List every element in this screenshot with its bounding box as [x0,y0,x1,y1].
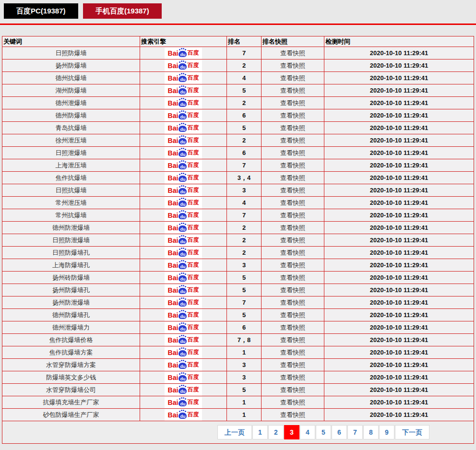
view-snapshot-link[interactable]: 查看快照 [280,162,305,169]
page-button[interactable]: 5 [316,425,331,439]
view-snapshot-link[interactable]: 查看快照 [280,62,305,69]
table-row: 青岛抗爆墙 Baidu百度 5 查看快照 2020-10-10 11:29:41 [2,122,474,134]
search-engine-cell: Baidu百度 [140,247,227,259]
view-snapshot-link[interactable]: 查看快照 [280,212,305,219]
baidu-paw-icon: du [178,76,187,82]
view-snapshot-link[interactable]: 查看快照 [280,324,305,331]
baidu-logo: Baidu百度 [165,97,202,109]
baidu-logo-bai-text: Bai [168,249,178,257]
check-time-cell: 2020-10-10 11:29:41 [324,247,474,259]
search-engine-cell: Baidu百度 [140,284,227,296]
baidu-paw-icon: du [178,388,187,394]
baidu-logo-du-text: du [178,264,187,269]
check-time-cell: 2020-10-10 11:29:41 [324,122,474,134]
header-keyword: 关键词 [2,36,140,47]
view-snapshot-link[interactable]: 查看快照 [280,87,305,94]
rank-cell: 4 [227,197,262,209]
view-snapshot-link[interactable]: 查看快照 [280,286,305,294]
view-snapshot-link[interactable]: 查看快照 [280,224,305,231]
view-snapshot-link[interactable]: 查看快照 [280,187,305,194]
baidu-logo-bai-text: Bai [168,212,178,219]
view-snapshot-link[interactable]: 查看快照 [280,74,305,82]
tab-mobile-baidu[interactable]: 手机百度(19387) [83,3,162,19]
view-snapshot-link[interactable]: 查看快照 [280,336,305,343]
baidu-logo-du-text: du [178,90,187,95]
view-snapshot-link[interactable]: 查看快照 [280,386,305,393]
check-time-cell: 2020-10-10 11:29:41 [324,47,474,59]
page-button[interactable]: 4 [300,425,315,439]
keyword-cell: 日照抗爆墙 [2,184,140,197]
prev-page-button[interactable]: 上一页 [217,425,252,439]
baidu-logo: Baidu百度 [165,359,202,371]
view-snapshot-link[interactable]: 查看快照 [280,374,305,381]
table-row: 上海防爆墙孔 Baidu百度 3 查看快照 2020-10-10 11:29:4… [2,259,474,272]
snapshot-cell: 查看快照 [262,259,324,272]
baidu-paw-icon: du [178,201,187,207]
view-snapshot-link[interactable]: 查看快照 [280,274,305,281]
view-snapshot-link[interactable]: 查看快照 [280,99,305,107]
baidu-logo-bai-text: Bai [168,162,178,169]
search-engine-cell: Baidu百度 [140,72,227,84]
view-snapshot-link[interactable]: 查看快照 [280,149,305,156]
view-snapshot-link[interactable]: 查看快照 [280,112,305,119]
baidu-logo: Baidu百度 [165,85,202,96]
view-snapshot-link[interactable]: 查看快照 [280,361,305,368]
next-page-button[interactable]: 下一页 [395,425,429,439]
search-engine-cell: Baidu百度 [140,296,227,309]
baidu-logo-bai-text: Bai [168,374,178,381]
page-button[interactable]: 2 [268,425,284,439]
check-time-cell: 2020-10-10 11:29:41 [324,172,474,184]
view-snapshot-link[interactable]: 查看快照 [280,411,305,418]
baidu-logo-du-text: du [178,239,187,244]
view-snapshot-link[interactable]: 查看快照 [280,124,305,131]
search-engine-cell: Baidu百度 [140,259,227,272]
page-button[interactable]: 6 [332,425,347,439]
baidu-logo-bai-text: Bai [168,386,178,394]
view-snapshot-link[interactable]: 查看快照 [280,399,305,406]
baidu-logo-hanzi-text: 百度 [187,386,199,394]
table-row: 水管穿防爆墙方案 Baidu百度 3 查看快照 2020-10-10 11:29… [2,359,474,371]
rank-cell: 4 [227,72,262,84]
tab-baidu-pc[interactable]: 百度PC(19387) [4,3,78,19]
view-snapshot-link[interactable]: 查看快照 [280,199,305,206]
view-snapshot-link[interactable]: 查看快照 [280,299,305,306]
baidu-paw-icon: du [178,213,187,219]
table-row: 日照抗爆墙 Baidu百度 3 查看快照 2020-10-10 11:29:41 [2,184,474,197]
baidu-logo: Baidu百度 [165,272,202,284]
keyword-cell: 日照防爆墙 [2,47,140,59]
baidu-paw-icon: du [178,338,187,344]
baidu-logo-hanzi-text: 百度 [187,261,199,269]
view-snapshot-link[interactable]: 查看快照 [280,137,305,144]
keyword-cell: 湖州防爆墙 [2,84,140,97]
baidu-logo-du-text: du [178,389,187,394]
view-snapshot-link[interactable]: 查看快照 [280,349,305,356]
baidu-logo: Baidu百度 [165,47,202,59]
view-snapshot-link[interactable]: 查看快照 [280,49,305,57]
view-snapshot-link[interactable]: 查看快照 [280,249,305,256]
baidu-logo-bai-text: Bai [168,112,178,119]
table-row: 日照防泄爆墙 Baidu百度 2 查看快照 2020-10-10 11:29:4… [2,234,474,247]
table-row: 徐州泄压墙 Baidu百度 2 查看快照 2020-10-10 11:29:41 [2,134,474,147]
baidu-paw-icon: du [178,176,187,182]
baidu-logo-bai-text: Bai [168,62,178,70]
baidu-logo-hanzi-text: 百度 [187,298,199,307]
page-button-active[interactable]: 3 [284,425,299,439]
keyword-cell: 德州泄爆墙力 [2,321,140,334]
page-button[interactable]: 8 [363,425,379,439]
view-snapshot-link[interactable]: 查看快照 [280,237,305,244]
table-row: 扬州防泄爆墙 Baidu百度 7 查看快照 2020-10-10 11:29:4… [2,296,474,309]
baidu-logo: Baidu百度 [165,72,202,84]
rank-cell: 1 [227,346,262,359]
check-time-cell: 2020-10-10 11:29:41 [324,209,474,222]
page-button[interactable]: 9 [379,425,394,439]
keyword-cell: 水管穿防爆墙方案 [2,359,140,371]
table-row: 焦作抗爆墙方案 Baidu百度 1 查看快照 2020-10-10 11:29:… [2,346,474,359]
baidu-logo-du-text: du [178,339,187,344]
view-snapshot-link[interactable]: 查看快照 [280,311,305,319]
page-button[interactable]: 1 [252,425,268,439]
view-snapshot-link[interactable]: 查看快照 [280,261,305,269]
page-button[interactable]: 7 [347,425,363,439]
keyword-cell: 防爆墙英文多少钱 [2,371,140,384]
view-snapshot-link[interactable]: 查看快照 [280,174,305,181]
search-engine-cell: Baidu百度 [140,184,227,197]
